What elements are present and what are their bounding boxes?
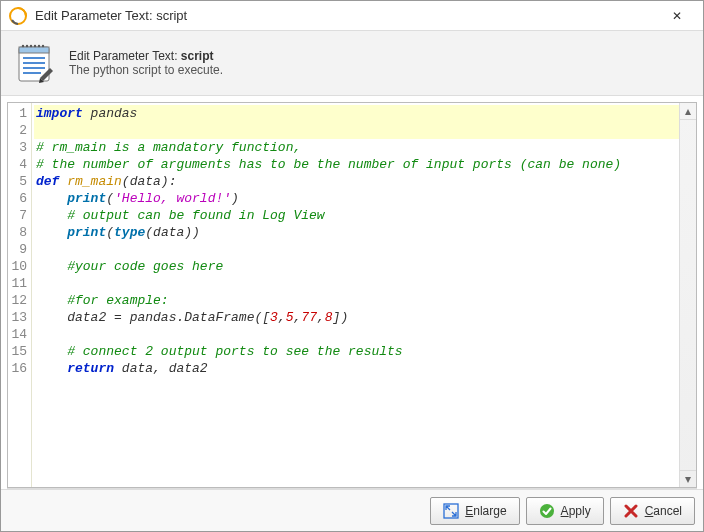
button-bar: Enlarge Apply Cancel [1, 489, 703, 531]
svg-point-14 [540, 504, 554, 518]
cancel-label: Cancel [645, 504, 682, 518]
header-heading-prefix: Edit Parameter Text: [69, 49, 181, 63]
close-button[interactable]: ✕ [657, 2, 697, 30]
svg-point-4 [26, 45, 28, 47]
notepad-icon [15, 41, 55, 85]
header-panel: Edit Parameter Text: script The python s… [1, 31, 703, 96]
code-line[interactable]: data2 = pandas.DataFrame([3,5,77,8]) [34, 309, 679, 326]
code-line[interactable]: # output can be found in Log View [34, 207, 679, 224]
editor-area: 12345678910111213141516 import pandas# r… [7, 102, 697, 489]
code-content[interactable]: import pandas# rm_main is a mandatory fu… [32, 103, 679, 487]
window-title-prefix: Edit Parameter Text: [35, 8, 156, 23]
svg-rect-2 [19, 47, 49, 53]
line-number-gutter: 12345678910111213141516 [8, 103, 32, 487]
cancel-button[interactable]: Cancel [610, 497, 695, 525]
header-text: Edit Parameter Text: script The python s… [69, 49, 223, 77]
svg-point-6 [34, 45, 36, 47]
svg-point-5 [30, 45, 32, 47]
svg-point-8 [42, 45, 44, 47]
code-line[interactable]: print('Hello, world!') [34, 190, 679, 207]
code-line[interactable]: import pandas [34, 105, 679, 122]
code-line[interactable]: return data, data2 [34, 360, 679, 377]
header-heading-param: script [181, 49, 214, 63]
svg-point-3 [22, 45, 24, 47]
code-line[interactable] [34, 275, 679, 292]
code-line[interactable]: #for example: [34, 292, 679, 309]
code-line[interactable]: # the number of arguments has to be the … [34, 156, 679, 173]
code-line[interactable]: # rm_main is a mandatory function, [34, 139, 679, 156]
code-line[interactable]: print(type(data)) [34, 224, 679, 241]
code-line[interactable]: # connect 2 output ports to see the resu… [34, 343, 679, 360]
scroll-down-button[interactable]: ▾ [680, 470, 696, 487]
check-icon [539, 503, 555, 519]
scroll-up-button[interactable]: ▴ [680, 103, 696, 120]
code-line[interactable] [34, 241, 679, 258]
caret-down-icon: ▾ [685, 472, 691, 486]
window-title-param: script [156, 8, 187, 23]
caret-up-icon: ▴ [685, 104, 691, 118]
code-line[interactable] [34, 122, 679, 139]
svg-point-7 [38, 45, 40, 47]
code-line[interactable]: #your code goes here [34, 258, 679, 275]
apply-label: Apply [561, 504, 591, 518]
app-icon [9, 7, 27, 25]
cancel-icon [623, 503, 639, 519]
dialog-window: Edit Parameter Text: script ✕ [0, 0, 704, 532]
code-line[interactable] [34, 326, 679, 343]
window-title: Edit Parameter Text: script [35, 8, 657, 23]
enlarge-icon [443, 503, 459, 519]
title-bar: Edit Parameter Text: script ✕ [1, 1, 703, 31]
code-line[interactable]: def rm_main(data): [34, 173, 679, 190]
code-editor[interactable]: 12345678910111213141516 import pandas# r… [7, 102, 697, 488]
close-icon: ✕ [672, 9, 682, 23]
enlarge-button[interactable]: Enlarge [430, 497, 519, 525]
header-subtitle: The python script to execute. [69, 63, 223, 77]
header-heading: Edit Parameter Text: script [69, 49, 223, 63]
enlarge-label: Enlarge [465, 504, 506, 518]
apply-button[interactable]: Apply [526, 497, 604, 525]
vertical-scrollbar[interactable]: ▴ ▾ [679, 103, 696, 487]
